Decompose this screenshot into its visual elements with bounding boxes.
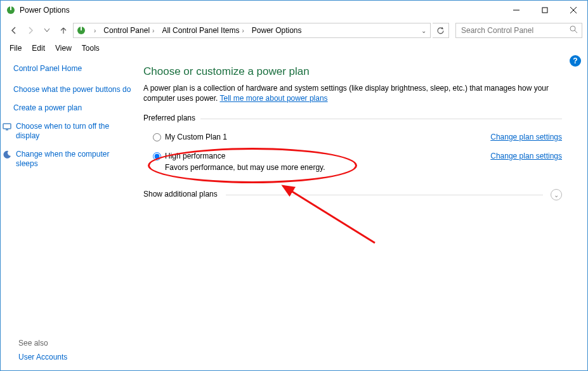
control-panel-home-link[interactable]: Control Panel Home [13, 64, 132, 74]
up-button[interactable] [56, 23, 70, 37]
sidebar-link-create-plan[interactable]: Create a power plan [13, 103, 132, 113]
menu-tools[interactable]: Tools [78, 42, 103, 54]
see-also-section: See also User Accounts [18, 339, 67, 361]
display-icon [2, 122, 12, 132]
power-options-icon [6, 5, 16, 15]
breadcrumb-root-chevron[interactable]: › [89, 23, 98, 37]
plan-radio-custom[interactable] [153, 133, 161, 141]
svg-point-8 [570, 26, 575, 31]
page-description: A power plan is a collection of hardware… [143, 83, 562, 103]
menu-edit[interactable]: Edit [28, 42, 49, 54]
svg-rect-7 [81, 27, 82, 30]
plan-radio-high-performance[interactable] [153, 152, 161, 160]
chevron-down-icon[interactable]: ⌄ [551, 189, 562, 200]
menu-view[interactable]: View [51, 42, 75, 54]
sidebar-link-turn-off-display[interactable]: Choose when to turn off the display [13, 122, 132, 141]
show-additional-plans-toggle[interactable]: Show additional plans ⌄ [143, 190, 562, 199]
title-bar: Power Options [1, 1, 587, 20]
user-accounts-link[interactable]: User Accounts [18, 353, 67, 361]
content-area: Choose or customize a power plan A power… [137, 55, 587, 369]
svg-rect-3 [542, 8, 547, 13]
close-button[interactable] [559, 1, 587, 20]
tell-me-more-link[interactable]: Tell me more about power plans [220, 94, 328, 103]
sidebar: Control Panel Home Choose what the power… [1, 55, 137, 369]
page-heading: Choose or customize a power plan [143, 65, 562, 78]
search-icon[interactable] [570, 25, 578, 36]
power-plan-row: My Custom Plan 1 Change plan settings [143, 129, 562, 148]
sidebar-link-power-buttons[interactable]: Choose what the power buttons do [13, 85, 132, 94]
address-bar: › Control Panel› All Control Panel Items… [1, 20, 587, 41]
window-title: Power Options [20, 6, 502, 15]
back-button[interactable] [7, 23, 21, 37]
menu-bar: File Edit View Tools [1, 41, 587, 55]
power-options-icon [76, 25, 86, 36]
plan-subtitle: Favors performance, but may use more ene… [165, 163, 490, 172]
menu-file[interactable]: File [6, 42, 25, 54]
plan-name[interactable]: High performance [165, 152, 490, 160]
svg-line-9 [575, 30, 577, 33]
breadcrumb-bar[interactable]: › Control Panel› All Control Panel Items… [73, 23, 431, 38]
moon-icon [2, 150, 12, 160]
power-plan-row: High performance Favors performance, but… [143, 148, 562, 178]
breadcrumb-item[interactable]: All Control Panel Items› [159, 23, 246, 37]
see-also-label: See also [18, 339, 67, 348]
breadcrumb-item[interactable]: Power Options [249, 23, 304, 37]
svg-rect-11 [6, 129, 8, 131]
change-plan-settings-link[interactable]: Change plan settings [490, 152, 562, 160]
plan-name[interactable]: My Custom Plan 1 [165, 133, 227, 141]
change-plan-settings-link[interactable]: Change plan settings [490, 133, 562, 141]
sidebar-link-computer-sleeps[interactable]: Change when the computer sleeps [13, 150, 132, 169]
search-input[interactable] [460, 25, 561, 36]
forward-button[interactable] [23, 23, 37, 37]
svg-rect-1 [10, 6, 11, 10]
preferred-plans-label: Preferred plans [143, 114, 562, 122]
refresh-button[interactable] [433, 23, 449, 38]
breadcrumb-item[interactable]: Control Panel› [101, 23, 157, 37]
recent-locations-button[interactable] [40, 23, 54, 37]
window-controls [502, 1, 587, 20]
maximize-button[interactable] [530, 1, 559, 20]
svg-rect-10 [3, 124, 11, 129]
search-box[interactable] [455, 23, 582, 38]
minimize-button[interactable] [502, 1, 530, 20]
address-dropdown-button[interactable]: ⌄ [417, 23, 430, 37]
